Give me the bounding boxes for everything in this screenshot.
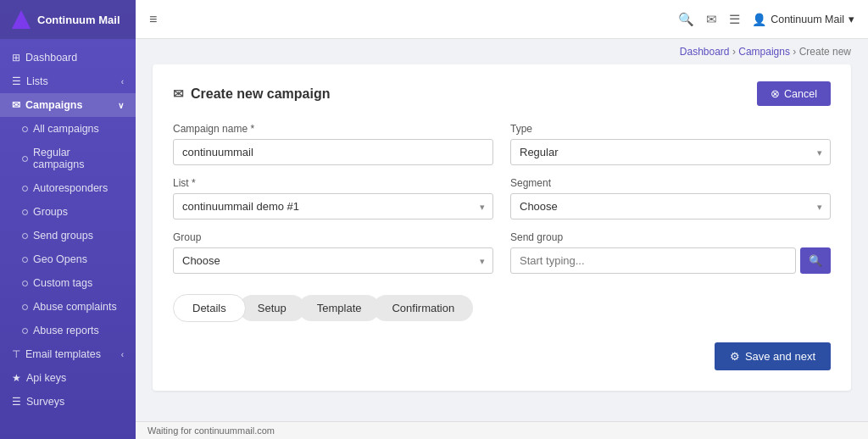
chevron-left-icon: ‹ <box>121 77 124 86</box>
mail-icon[interactable]: ✉ <box>706 12 717 27</box>
sidebar-item-label: Geo Opens <box>33 253 87 265</box>
sidebar-item-label: Groups <box>33 206 68 218</box>
app-logo-icon <box>12 10 31 29</box>
sidebar-item-campaigns[interactable]: ✉ Campaigns ∨ <box>0 93 136 117</box>
campaign-name-input[interactable] <box>173 139 493 165</box>
search-icon[interactable]: 🔍 <box>678 12 694 27</box>
type-label: Type <box>510 123 831 135</box>
template-icon: ⊤ <box>12 348 20 360</box>
main-card: ✉ Create new campaign ⊗ Cancel Campaign … <box>153 64 851 391</box>
dot-icon <box>22 257 28 263</box>
topbar-left: ≡ <box>149 12 157 27</box>
card-footer: ⚙ Save and next <box>173 342 831 370</box>
dot-icon <box>22 156 28 162</box>
sidebar-item-abuse-complaints[interactable]: Abuse complaints <box>0 295 136 319</box>
group-select-wrapper: Choose ▾ <box>173 247 493 274</box>
cancel-button[interactable]: ⊗ Cancel <box>757 81 831 106</box>
list-select-wrapper: continuummail demo #1 ▾ <box>173 193 493 220</box>
sidebar-nav: ⊞ Dashboard ☰ Lists ‹ ✉ Campaigns ∨ All … <box>0 39 136 439</box>
sidebar-item-send-groups[interactable]: Send groups <box>0 224 136 247</box>
send-group-search-button[interactable]: 🔍 <box>800 247 831 274</box>
user-label: Continuum Mail <box>771 14 844 25</box>
sidebar-item-label: Autoresponders <box>33 182 108 194</box>
cancel-icon: ⊗ <box>771 87 780 100</box>
breadcrumb-current: Create new <box>799 46 851 58</box>
tab-confirmation[interactable]: Confirmation <box>373 295 473 321</box>
send-group-input[interactable] <box>510 247 796 274</box>
type-group: Type Regular Autoresponder ▾ <box>510 123 831 165</box>
tab-setup[interactable]: Setup <box>239 295 305 321</box>
sidebar-item-api-keys[interactable]: ★ Api keys <box>0 366 136 390</box>
menu-icon[interactable]: ☰ <box>729 12 740 27</box>
breadcrumb-campaigns[interactable]: Campaigns <box>738 46 790 58</box>
send-group-label: Send group <box>510 231 831 243</box>
dot-icon <box>22 304 28 310</box>
dot-icon <box>22 281 28 286</box>
tab-details[interactable]: Details <box>173 294 246 322</box>
sidebar-item-label: Send groups <box>33 230 93 242</box>
campaign-name-label: Campaign name * <box>173 123 493 135</box>
page-content: ✉ Create new campaign ⊗ Cancel Campaign … <box>136 64 868 421</box>
star-icon: ★ <box>12 372 21 384</box>
sidebar-item-label: Abuse complaints <box>33 301 117 313</box>
tab-template[interactable]: Template <box>298 295 381 321</box>
breadcrumb-sep: › <box>793 46 798 58</box>
campaign-form: Campaign name * Type Regular Autorespond… <box>173 123 831 274</box>
statusbar: Waiting for continuummail.com <box>136 421 868 439</box>
sidebar-item-groups[interactable]: Groups <box>0 200 136 224</box>
topbar-right: 🔍 ✉ ☰ 👤 Continuum Mail ▾ <box>678 12 854 27</box>
sidebar-item-geo-opens[interactable]: Geo Opens <box>0 247 136 271</box>
breadcrumb-dashboard[interactable]: Dashboard <box>680 46 730 58</box>
chevron-left-icon: ‹ <box>121 350 124 359</box>
sidebar-item-label: Regular campaigns <box>33 147 124 170</box>
card-header: ✉ Create new campaign ⊗ Cancel <box>173 81 831 106</box>
sidebar-item-dashboard[interactable]: ⊞ Dashboard <box>0 46 136 69</box>
chevron-down-icon: ∨ <box>118 101 124 110</box>
sidebar-item-lists[interactable]: ☰ Lists ‹ <box>0 69 136 93</box>
hamburger-icon[interactable]: ≡ <box>149 12 157 27</box>
sidebar-item-surveys[interactable]: ☰ Surveys <box>0 390 136 414</box>
list-select[interactable]: continuummail demo #1 <box>173 193 493 220</box>
sidebar-item-autoresponders[interactable]: Autoresponders <box>0 176 136 200</box>
group-label: Group <box>173 231 493 243</box>
dot-icon <box>22 126 28 132</box>
topbar: ≡ 🔍 ✉ ☰ 👤 Continuum Mail ▾ <box>136 0 868 39</box>
dot-icon <box>22 186 28 192</box>
sidebar-item-label: Campaigns <box>25 99 82 111</box>
campaign-name-group: Campaign name * <box>173 123 493 165</box>
save-and-next-button[interactable]: ⚙ Save and next <box>715 342 831 370</box>
user-dropdown-icon: ▾ <box>849 13 854 25</box>
search-icon: 🔍 <box>809 254 822 267</box>
sidebar-item-label: Dashboard <box>25 52 77 64</box>
list-label: List * <box>173 177 493 189</box>
app-title: Continuum Mail <box>37 14 120 26</box>
sidebar-item-label: Abuse reports <box>33 325 99 336</box>
sidebar-item-abuse-reports[interactable]: Abuse reports <box>0 319 136 342</box>
sidebar: Continuum Mail ⊞ Dashboard ☰ Lists ‹ ✉ C… <box>0 0 136 439</box>
sidebar-header: Continuum Mail <box>0 0 136 39</box>
surveys-icon: ☰ <box>12 396 21 408</box>
sidebar-item-label: All campaigns <box>33 123 99 135</box>
segment-label: Segment <box>510 177 831 189</box>
sidebar-item-label: Lists <box>26 75 48 87</box>
envelope-icon: ✉ <box>173 86 184 102</box>
user-menu[interactable]: 👤 Continuum Mail ▾ <box>752 13 854 26</box>
group-group: Group Choose ▾ <box>173 231 493 274</box>
page-title: ✉ Create new campaign <box>173 86 331 102</box>
dot-icon <box>22 209 28 215</box>
type-select-wrapper: Regular Autoresponder ▾ <box>510 139 831 165</box>
sidebar-item-email-templates[interactable]: ⊤ Email templates ‹ <box>0 342 136 366</box>
sidebar-item-custom-tags[interactable]: Custom tags <box>0 271 136 295</box>
sidebar-item-label: Surveys <box>26 396 64 408</box>
type-select[interactable]: Regular Autoresponder <box>510 139 831 165</box>
sidebar-item-all-campaigns[interactable]: All campaigns <box>0 117 136 141</box>
segment-select-wrapper: Choose ▾ <box>510 193 831 220</box>
sidebar-item-label: Custom tags <box>33 277 92 289</box>
sidebar-item-label: Api keys <box>26 372 66 384</box>
segment-select[interactable]: Choose <box>510 193 831 220</box>
gear-icon: ⚙ <box>730 350 740 363</box>
group-select[interactable]: Choose <box>173 247 493 274</box>
list-group: List * continuummail demo #1 ▾ <box>173 177 493 220</box>
sidebar-item-regular-campaigns[interactable]: Regular campaigns <box>0 141 136 176</box>
wizard-tabs: Details Setup Template Confirmation <box>173 294 831 322</box>
